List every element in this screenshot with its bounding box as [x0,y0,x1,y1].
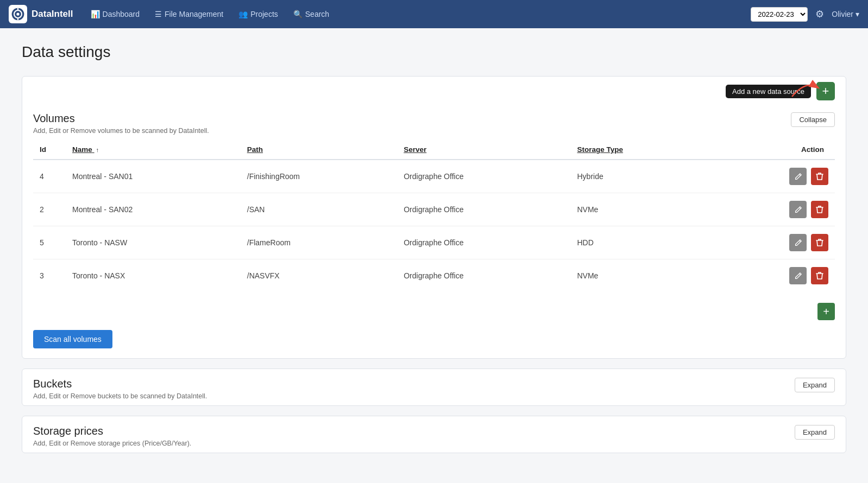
edit-button[interactable] [789,267,807,284]
cell-id: 5 [33,226,66,259]
edit-button[interactable] [789,234,807,251]
buckets-section-header: Buckets Add, Edit or Remove buckets to b… [22,369,846,405]
svg-point-2 [16,12,19,15]
cell-server: Ordigraphe Office [397,193,570,226]
table-row: 3 Toronto - NASX /NASVFX Ordigraphe Offi… [33,259,835,293]
cell-path: /FlameRoom [241,226,397,259]
brand-name: DataIntell [32,9,73,20]
edit-button[interactable] [789,168,807,185]
col-server[interactable]: Server [397,140,570,160]
cell-storage-type: NVMe [571,259,711,293]
cell-id: 2 [33,193,66,226]
delete-button[interactable] [811,168,828,185]
action-cell [711,226,835,259]
edit-button[interactable] [789,201,807,218]
col-id[interactable]: Id [33,140,66,160]
buckets-title-group: Buckets Add, Edit or Remove buckets to b… [33,378,207,400]
action-cell [711,160,835,193]
gear-icon[interactable]: ⚙ [813,6,826,22]
chevron-down-icon: ▾ [856,10,859,18]
nav-file-management[interactable]: ☰ File Management [148,7,230,22]
buckets-section: Buckets Add, Edit or Remove buckets to b… [22,368,846,406]
nav-right: 2022-02-23 ⚙ Olivier ▾ [751,6,859,22]
nav-projects[interactable]: 👥 Projects [232,7,285,22]
top-bar: Add a new data source + [22,77,846,104]
collapse-button[interactable]: Collapse [791,112,835,127]
chart-icon: 📊 [91,10,100,18]
cell-id: 3 [33,259,66,293]
action-cell [711,193,835,226]
cell-storage-type: NVMe [571,193,711,226]
buckets-title: Buckets [33,378,207,390]
col-action: Action [711,140,835,160]
cell-storage-type: HDD [571,226,711,259]
nav-search[interactable]: 🔍 Search [287,7,336,22]
action-cell [711,259,835,293]
delete-button[interactable] [811,267,828,284]
cell-id: 4 [33,160,66,193]
volumes-section-header: Volumes Add, Edit or Remove volumes to b… [22,104,846,140]
brand[interactable]: DataIntell [9,5,73,23]
add-row-button[interactable]: + [817,303,835,320]
storage-prices-section-header: Storage prices Add, Edit or Remove stora… [22,416,846,453]
storage-prices-title: Storage prices [33,425,191,437]
storage-prices-title-group: Storage prices Add, Edit or Remove stora… [33,425,191,447]
delete-button[interactable] [811,234,828,251]
col-path[interactable]: Path [241,140,397,160]
cell-path: /FinishingRoom [241,160,397,193]
cell-name: Toronto - NASW [66,226,241,259]
cell-name: Montreal - SAN01 [66,160,241,193]
volumes-subtitle: Add, Edit or Remove volumes to be scanne… [33,127,209,135]
cell-name: Montreal - SAN02 [66,193,241,226]
storage-prices-section: Storage prices Add, Edit or Remove stora… [22,416,846,453]
nav-dashboard[interactable]: 📊 Dashboard [84,7,147,22]
sort-arrow-icon: ↑ [96,147,99,153]
nav-links: 📊 Dashboard ☰ File Management 👥 Projects… [84,7,751,22]
date-select[interactable]: 2022-02-23 [751,7,808,22]
main-content: Data settings Add a new data source + Vo… [0,28,868,483]
volumes-table-wrap: Id Name ↑ Path Server Storage Type Actio… [22,140,846,297]
menu-icon: ☰ [155,10,162,18]
scan-all-volumes-button[interactable]: Scan all volumes [33,330,112,348]
storage-prices-subtitle: Add, Edit or Remove storage prices (Pric… [33,440,191,447]
user-menu[interactable]: Olivier ▾ [832,10,859,18]
volumes-title: Volumes [33,112,209,125]
table-row: 5 Toronto - NASW /FlameRoom Ordigraphe O… [33,226,835,259]
volumes-table-head: Id Name ↑ Path Server Storage Type Actio… [33,140,835,160]
buckets-expand-button[interactable]: Expand [795,378,835,392]
arrow-indicator [789,78,822,99]
add-row-area: + [22,297,846,326]
table-header-row: Id Name ↑ Path Server Storage Type Actio… [33,140,835,160]
cell-path: /NASVFX [241,259,397,293]
volumes-section: Add a new data source + Volumes Add, Edi… [22,76,846,359]
cell-name: Toronto - NASX [66,259,241,293]
cell-server: Ordigraphe Office [397,160,570,193]
search-icon: 🔍 [293,10,303,18]
col-storage-type[interactable]: Storage Type [571,140,711,160]
table-row: 2 Montreal - SAN02 /SAN Ordigraphe Offic… [33,193,835,226]
cell-storage-type: Hybride [571,160,711,193]
cell-server: Ordigraphe Office [397,226,570,259]
table-row: 4 Montreal - SAN01 /FinishingRoom Ordigr… [33,160,835,193]
brand-logo [9,5,27,23]
storage-prices-expand-button[interactable]: Expand [795,425,835,440]
navbar: DataIntell 📊 Dashboard ☰ File Management… [0,0,868,28]
volumes-title-group: Volumes Add, Edit or Remove volumes to b… [33,112,209,135]
page-title: Data settings [22,43,846,61]
volumes-table: Id Name ↑ Path Server Storage Type Actio… [33,140,835,292]
volumes-table-body: 4 Montreal - SAN01 /FinishingRoom Ordigr… [33,160,835,292]
cell-server: Ordigraphe Office [397,259,570,293]
users-icon: 👥 [238,10,248,18]
col-name[interactable]: Name ↑ [66,140,241,160]
delete-button[interactable] [811,201,828,218]
cell-path: /SAN [241,193,397,226]
buckets-subtitle: Add, Edit or Remove buckets to be scanne… [33,392,207,400]
